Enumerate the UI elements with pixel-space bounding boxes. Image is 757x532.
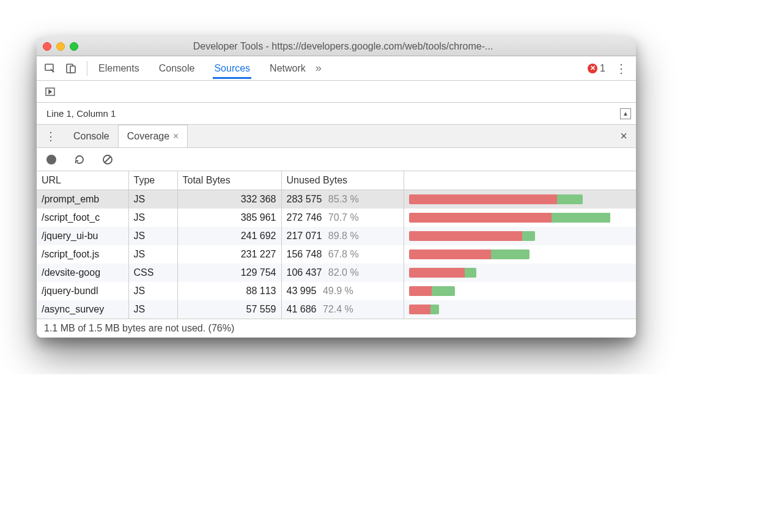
window-title: Developer Tools - https://developers.goo… (87, 41, 630, 52)
table-header-row: URL Type Total Bytes Unused Bytes (37, 171, 636, 190)
tab-console[interactable]: Console (158, 58, 196, 79)
more-tabs-icon[interactable]: » (311, 62, 327, 75)
cell-type: JS (128, 209, 177, 227)
window-controls (43, 42, 78, 51)
cell-unused-bytes: 43 995 49.9 % (281, 282, 404, 300)
cell-usage-bar (404, 190, 636, 209)
error-icon: ✕ (588, 64, 597, 73)
table-row[interactable]: /devsite-googCSS129 754106 437 82.0 % (37, 264, 636, 282)
drawer-tab-label: Coverage (127, 131, 169, 142)
cell-usage-bar (404, 227, 636, 245)
cell-usage-bar (404, 245, 636, 264)
cell-unused-bytes: 283 575 85.3 % (281, 190, 404, 209)
cell-unused-bytes: 156 748 67.8 % (281, 245, 404, 264)
tab-network[interactable]: Network (268, 58, 307, 79)
error-count-value: 1 (600, 63, 605, 74)
error-count[interactable]: ✕ 1 (588, 63, 605, 74)
cell-url: /async_survey (37, 300, 128, 319)
sources-subbar (37, 81, 636, 103)
cell-total-bytes: 385 961 (177, 209, 281, 227)
cursor-position: Line 1, Column 1 (42, 108, 120, 119)
cell-usage-bar (404, 264, 636, 282)
table-row[interactable]: /script_foot_cJS385 961272 746 70.7 % (37, 209, 636, 227)
settings-menu-icon[interactable]: ⋮ (611, 61, 631, 76)
collapse-drawer-icon[interactable]: ▲ (620, 108, 631, 119)
divider (87, 61, 87, 76)
cell-url: /prompt_emb (37, 190, 128, 209)
record-button[interactable] (43, 151, 60, 168)
main-toolbar: Elements Console Sources Network » ✕ 1 ⋮ (37, 56, 636, 81)
cell-unused-bytes: 41 686 72.4 % (281, 300, 404, 319)
cell-type: JS (128, 245, 177, 264)
svg-line-5 (105, 157, 111, 163)
devtools-window: Developer Tools - https://developers.goo… (37, 37, 636, 338)
drawer-tab-label: Console (73, 131, 109, 142)
titlebar: Developer Tools - https://developers.goo… (37, 37, 636, 56)
cell-unused-bytes: 217 071 89.8 % (281, 227, 404, 245)
drawer-menu-icon[interactable]: ⋮ (37, 130, 65, 143)
close-window-icon[interactable] (43, 42, 51, 51)
device-toggle-icon[interactable] (62, 60, 79, 77)
cell-url: /devsite-goog (37, 264, 128, 282)
cell-type: JS (128, 227, 177, 245)
cell-url: /script_foot_c (37, 209, 128, 227)
tab-sources[interactable]: Sources (213, 58, 251, 79)
reload-button[interactable] (71, 151, 88, 168)
cell-type: JS (128, 282, 177, 300)
svg-rect-2 (70, 66, 75, 73)
col-total-bytes[interactable]: Total Bytes (177, 171, 281, 190)
sources-statusbar: Line 1, Column 1 ▲ (37, 103, 636, 125)
cell-url: /jquery_ui-bu (37, 227, 128, 245)
col-usage-bar (404, 171, 636, 190)
cell-url: /jquery-bundl (37, 282, 128, 300)
cell-total-bytes: 241 692 (177, 227, 281, 245)
drawer-tabbar: ⋮ Console Coverage × × (37, 125, 636, 148)
cell-usage-bar (404, 209, 636, 227)
col-unused-bytes[interactable]: Unused Bytes (281, 171, 404, 190)
cell-unused-bytes: 272 746 70.7 % (281, 209, 404, 227)
table-row[interactable]: /jquery-bundlJS88 11343 995 49.9 % (37, 282, 636, 300)
cell-type: JS (128, 190, 177, 209)
table-row[interactable]: /script_foot.jsJS231 227156 748 67.8 % (37, 245, 636, 264)
cell-usage-bar (404, 282, 636, 300)
cell-url: /script_foot.js (37, 245, 128, 264)
svg-rect-0 (45, 64, 53, 70)
close-tab-icon[interactable]: × (173, 131, 179, 142)
record-icon (46, 155, 56, 164)
cell-total-bytes: 332 368 (177, 190, 281, 209)
tab-elements[interactable]: Elements (97, 58, 141, 79)
cell-total-bytes: 88 113 (177, 282, 281, 300)
cell-total-bytes: 57 559 (177, 300, 281, 319)
cell-usage-bar (404, 300, 636, 319)
clear-button[interactable] (99, 151, 116, 168)
table-row[interactable]: /async_surveyJS57 55941 686 72.4 % (37, 300, 636, 319)
inspect-icon[interactable] (42, 60, 59, 77)
drawer-tab-coverage[interactable]: Coverage × (118, 125, 188, 147)
col-url[interactable]: URL (37, 171, 128, 190)
col-type[interactable]: Type (128, 171, 177, 190)
drawer-tab-console[interactable]: Console (65, 125, 118, 147)
table-row[interactable]: /prompt_embJS332 368283 575 85.3 % (37, 190, 636, 209)
cell-type: JS (128, 300, 177, 319)
zoom-window-icon[interactable] (70, 42, 78, 51)
cell-unused-bytes: 106 437 82.0 % (281, 264, 404, 282)
cell-total-bytes: 129 754 (177, 264, 281, 282)
panel-tabs: Elements Console Sources Network (97, 58, 307, 79)
minimize-window-icon[interactable] (56, 42, 65, 51)
show-navigator-icon[interactable] (42, 83, 59, 100)
coverage-toolbar (37, 148, 636, 171)
close-drawer-icon[interactable]: × (611, 129, 636, 143)
coverage-summary: 1.1 MB of 1.5 MB bytes are not used. (76… (37, 319, 636, 338)
cell-total-bytes: 231 227 (177, 245, 281, 264)
cell-type: CSS (128, 264, 177, 282)
table-row[interactable]: /jquery_ui-buJS241 692217 071 89.8 % (37, 227, 636, 245)
coverage-table: URL Type Total Bytes Unused Bytes /promp… (37, 171, 636, 319)
